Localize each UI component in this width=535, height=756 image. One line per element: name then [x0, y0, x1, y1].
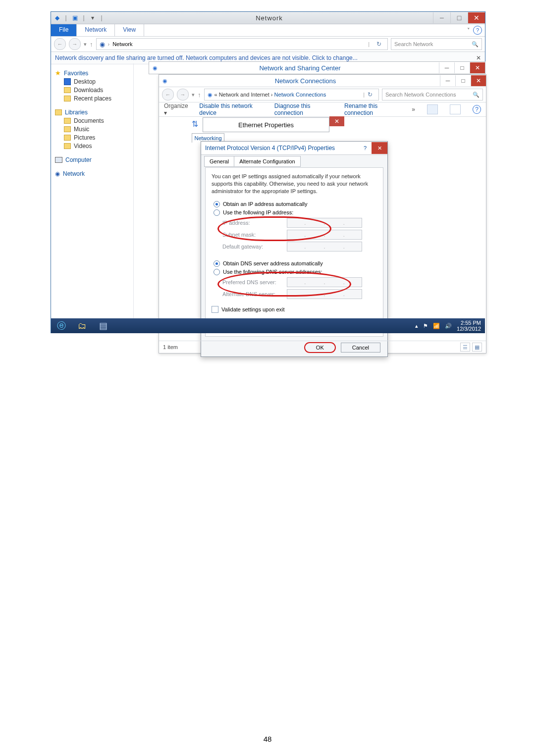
taskbar-network-panel-icon[interactable]: ▤ — [93, 318, 113, 333]
taskbar-explorer-icon[interactable]: 🗂 — [72, 318, 93, 333]
titlebar[interactable]: ◆ | ▣ | ▾ | Network ─ □ ✕ — [51, 12, 485, 24]
help-icon[interactable]: ? — [359, 145, 372, 151]
view-icons-icon[interactable]: ▦ — [472, 343, 482, 352]
preview-pane-button[interactable] — [450, 104, 461, 114]
connections-toolbar: Organize ▾ Disable this network device D… — [159, 102, 486, 117]
view-details-icon[interactable]: ☰ — [460, 343, 470, 352]
nav-desktop[interactable]: Desktop — [64, 78, 133, 85]
organize-button[interactable]: Organize ▾ — [164, 102, 190, 116]
connections-search[interactable]: Search Network Connections 🔍 — [382, 89, 483, 101]
address-bar: ← → ▾ ↑ ◉ › Network | ↻ Search Network 🔍 — [51, 37, 485, 52]
tab-alternate[interactable]: Alternate Configuration — [234, 156, 301, 167]
checkbox-validate[interactable]: Validate settings upon exit — [212, 306, 377, 313]
nav-pictures[interactable]: Pictures — [64, 134, 133, 141]
minimize-button[interactable]: ─ — [440, 75, 455, 86]
radio-obtain-ip-auto[interactable]: Obtain an IP address automatically — [214, 201, 377, 207]
maximize-button[interactable]: □ — [455, 75, 471, 86]
ethernet-properties-title[interactable]: Ethernet Properties — [203, 117, 329, 132]
close-button[interactable]: ✕ — [470, 62, 485, 73]
close-button[interactable]: ✕ — [471, 75, 486, 86]
nav-music[interactable]: Music — [64, 126, 133, 133]
back-button[interactable]: ← — [54, 38, 66, 50]
system-tray[interactable]: ▴ ⚑ 📶 🔊 2:55 PM 12/3/2012 — [415, 318, 485, 333]
nav-favorites[interactable]: ★Favorites — [55, 69, 133, 77]
ipv4-description: You can get IP settings assigned automat… — [212, 173, 377, 195]
adapter-icon: ⇅ — [192, 119, 198, 129]
breadcrumb-location[interactable]: Network — [112, 41, 132, 47]
radio-use-dns[interactable]: Use the following DNS server addresses: — [214, 269, 377, 275]
ribbon-tab-network[interactable]: Network — [77, 24, 115, 36]
more-button[interactable]: » — [412, 106, 415, 113]
maximize-button[interactable]: □ — [454, 62, 470, 73]
connections-breadcrumb[interactable]: ◉ « Network and Internet › Network Conne… — [204, 89, 379, 101]
refresh-icon[interactable]: ↻ — [374, 41, 384, 48]
ipv4-titlebar[interactable]: Internet Protocol Version 4 (TCP/IPv4) P… — [201, 142, 387, 155]
divider-icon: | — [62, 14, 70, 22]
breadcrumb-current: Network Connections — [274, 92, 326, 98]
explorer-window: ◆ | ▣ | ▾ | Network ─ □ ✕ File Network V… — [51, 12, 485, 333]
minimize-button[interactable]: ─ — [439, 62, 454, 73]
nav-computer[interactable]: Computer — [55, 156, 133, 163]
divider-icon: | — [80, 14, 88, 22]
view-options-button[interactable] — [427, 104, 438, 114]
tray-up-icon[interactable]: ▴ — [415, 323, 418, 329]
minimize-button[interactable]: ─ — [433, 12, 450, 23]
diagnose-button[interactable]: Diagnose this connection — [274, 102, 335, 116]
close-button[interactable]: ✕ — [372, 142, 387, 154]
nav-network[interactable]: ◉Network — [55, 170, 133, 177]
clock-time: 2:55 PM — [457, 320, 481, 326]
forward-button[interactable]: → — [69, 38, 81, 50]
breadcrumb[interactable]: ◉ › Network | ↻ — [96, 38, 388, 50]
sharing-center-titlebar[interactable]: ◉ Network and Sharing Center ─ □ ✕ — [149, 61, 485, 74]
nav-videos[interactable]: Videos — [64, 143, 133, 150]
field-pref-dns: Preferred DNS server:... — [222, 277, 377, 287]
alt-dns-input: ... — [287, 289, 362, 299]
forward-button[interactable]: → — [177, 89, 189, 101]
dropdown-icon[interactable]: ▾ — [89, 14, 97, 22]
volume-icon[interactable]: 🔊 — [445, 323, 452, 329]
ethernet-close-button[interactable]: ✕ — [329, 116, 344, 126]
search-input[interactable]: Search Network 🔍 — [391, 38, 482, 50]
action-center-icon[interactable]: ⚑ — [423, 323, 428, 329]
radio-icon — [214, 209, 220, 216]
ipv4-title: Internet Protocol Version 4 (TCP/IPv4) P… — [201, 145, 359, 151]
ribbon-tab-file[interactable]: File — [51, 24, 77, 36]
ipv4-tabs: General Alternate Configuration — [201, 155, 387, 167]
up-button[interactable]: ↑ — [198, 91, 201, 99]
back-button[interactable]: ← — [162, 89, 174, 101]
up-button[interactable]: ↑ — [90, 41, 93, 48]
maximize-button[interactable]: □ — [450, 12, 468, 23]
ribbon-tab-view[interactable]: View — [115, 24, 144, 36]
sharing-center-title: Network and Sharing Center — [161, 64, 439, 72]
radio-icon — [214, 201, 220, 207]
history-dropdown[interactable]: ▾ — [84, 41, 87, 48]
nav-libraries[interactable]: Libraries — [55, 109, 133, 116]
folder-icon — [64, 87, 71, 93]
disable-button[interactable]: Disable this network device — [199, 102, 266, 116]
taskbar-ie-icon[interactable]: ⓔ — [51, 318, 72, 333]
tab-general[interactable]: General — [204, 156, 234, 167]
refresh-icon[interactable]: ↻ — [365, 91, 375, 98]
network-icon: ◉ — [100, 41, 105, 48]
item-count: 1 item — [163, 344, 178, 350]
history-dropdown[interactable]: ▾ — [192, 92, 195, 98]
connections-titlebar[interactable]: ◉ Network Connections ─ □ ✕ — [159, 75, 486, 87]
rename-button[interactable]: Rename this connection — [344, 102, 403, 116]
network-tray-icon[interactable]: 📶 — [433, 323, 440, 329]
folder-icon — [64, 126, 71, 132]
help-icon[interactable]: ? — [473, 105, 481, 114]
clock[interactable]: 2:55 PM 12/3/2012 — [457, 320, 481, 332]
nav-documents[interactable]: Documents — [64, 117, 133, 124]
nav-recent[interactable]: Recent places — [64, 95, 133, 102]
help-icon[interactable]: ? — [473, 26, 482, 35]
chevron-down-icon[interactable]: ˅ — [467, 27, 470, 34]
nav-downloads[interactable]: Downloads — [64, 87, 133, 94]
pref-dns-input: ... — [287, 277, 362, 287]
radio-obtain-dns-auto[interactable]: Obtain DNS server address automatically — [214, 260, 377, 267]
radio-icon — [214, 260, 220, 267]
info-close-icon[interactable]: ✕ — [476, 54, 481, 61]
radio-use-ip[interactable]: Use the following IP address: — [214, 209, 377, 216]
window-title: Network — [106, 14, 433, 22]
taskbar[interactable]: ⓔ 🗂 ▤ ▴ ⚑ 📶 🔊 2:55 PM 12/3/2012 — [51, 318, 485, 333]
close-button[interactable]: ✕ — [468, 12, 485, 23]
